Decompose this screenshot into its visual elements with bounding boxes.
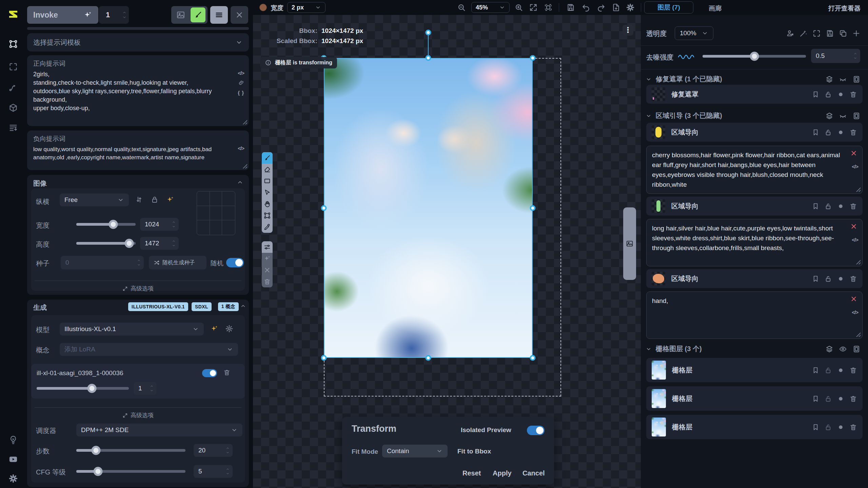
transform-handle-w[interactable] <box>321 205 327 211</box>
enabled-dot-icon[interactable] <box>837 128 845 136</box>
braces-icon[interactable]: { } <box>238 90 244 96</box>
tool-pan[interactable] <box>262 198 273 210</box>
layer-image[interactable] <box>324 58 533 358</box>
randomize-seed-button[interactable]: 随机生成种子 <box>149 256 206 269</box>
transform-handle-se[interactable] <box>530 355 536 361</box>
collapse-icon[interactable] <box>240 303 246 309</box>
remove-prompt-icon[interactable] <box>850 295 857 303</box>
model-settings-button[interactable] <box>225 325 233 333</box>
height-input[interactable]: 1472 <box>140 237 179 250</box>
prompt-template-select[interactable]: 选择提示词模板 <box>27 33 249 52</box>
code-icon[interactable]: </> <box>852 162 858 171</box>
raster-layer-item[interactable]: 栅格层 <box>646 386 863 411</box>
resize-handle[interactable] <box>855 331 861 337</box>
apply-button[interactable]: Apply <box>493 469 512 477</box>
regional-section-header[interactable]: 区域引导 (3 个已隐藏) <box>646 111 722 120</box>
canvas-settings-button[interactable] <box>626 3 635 12</box>
queue-count-stepper[interactable]: 1 <box>99 6 129 24</box>
steps-slider[interactable] <box>76 449 185 452</box>
transform-handle-n[interactable] <box>426 55 431 61</box>
bookmark-icon[interactable] <box>812 128 820 136</box>
duplicate-layer-button[interactable] <box>839 29 847 38</box>
tool-delete[interactable] <box>262 276 273 287</box>
denoise-slider[interactable] <box>703 55 806 58</box>
unlock-icon[interactable] <box>824 128 832 136</box>
fit-to-bbox-button[interactable]: Fit to Bbox <box>457 448 491 455</box>
trash-icon[interactable] <box>849 275 857 283</box>
lock-aspect-button[interactable] <box>151 196 159 204</box>
viewer-drawer-handle[interactable] <box>623 207 636 280</box>
enabled-dot-icon[interactable] <box>837 423 845 431</box>
undo-button[interactable] <box>581 3 590 12</box>
brush-width-select[interactable]: 2 px <box>287 2 326 13</box>
lora-weight-slider[interactable] <box>37 387 129 390</box>
optimize-size-button[interactable] <box>166 196 174 204</box>
queue-count-arrows[interactable] <box>122 11 127 19</box>
resize-handle[interactable] <box>242 119 247 124</box>
canvas-stage[interactable]: Bbox: 1024×1472 px Scaled Bbox: 1024×147… <box>253 15 641 488</box>
region-prompt-textarea[interactable]: cherry blossoms,hair flower,pink flower,… <box>646 146 863 194</box>
remove-prompt-icon[interactable] <box>850 149 857 157</box>
inpaint-mask-item[interactable]: 修复遮罩 <box>646 85 863 104</box>
tool-move[interactable] <box>262 187 273 198</box>
cfg-slider[interactable] <box>76 470 185 473</box>
nav-upscale-button[interactable] <box>6 59 21 74</box>
cancel-button[interactable]: Cancel <box>522 469 545 477</box>
tab-gallery[interactable]: 画廊 <box>709 4 722 13</box>
tool-process[interactable] <box>262 253 273 264</box>
brush-color-swatch[interactable] <box>259 4 267 11</box>
cancel-queue-button[interactable] <box>231 6 248 24</box>
region-prompt-textarea[interactable]: long hair,silver hair,blue hair,cute,pur… <box>646 219 863 266</box>
opacity-select[interactable]: 100% <box>675 26 713 40</box>
unlock-icon[interactable] <box>824 90 832 98</box>
enabled-dot-icon[interactable] <box>837 202 845 210</box>
transform-handle-s[interactable] <box>426 355 431 361</box>
tool-color-picker[interactable] <box>262 221 273 233</box>
merge-icon[interactable] <box>825 345 833 353</box>
bookmark-icon[interactable] <box>812 395 820 403</box>
bookmark-icon[interactable] <box>812 202 820 210</box>
code-icon[interactable]: </> <box>852 235 858 245</box>
scheduler-select[interactable]: DPM++ 2M SDE <box>76 424 242 436</box>
remove-prompt-icon[interactable] <box>850 223 857 230</box>
code-icon[interactable]: </> <box>852 307 858 317</box>
aspect-select[interactable]: Free <box>60 194 129 206</box>
canvas-mode-button[interactable] <box>191 7 205 22</box>
nav-models-button[interactable] <box>6 100 21 115</box>
nav-workflows-button[interactable] <box>6 80 21 95</box>
regional-guidance-item[interactable]: 区域导向 <box>646 269 863 288</box>
cfg-input[interactable]: 5 <box>194 465 233 478</box>
eye-icon[interactable] <box>839 345 847 353</box>
trash-icon[interactable] <box>849 90 857 98</box>
model-default-settings-button[interactable] <box>210 325 218 333</box>
code-icon[interactable]: </> <box>238 145 244 151</box>
fit-bbox-button[interactable] <box>544 3 553 12</box>
regional-guidance-item[interactable]: 区域导向 <box>646 197 863 216</box>
random-seed-toggle[interactable] <box>226 258 244 267</box>
region-prompt-textarea[interactable]: hand, </> <box>646 291 863 339</box>
transform-handle-e[interactable] <box>530 205 536 211</box>
enabled-dot-icon[interactable] <box>837 90 845 98</box>
lora-select[interactable]: 添加 LoRA <box>60 343 238 356</box>
tool-filter[interactable] <box>262 241 273 253</box>
raster-layer-item[interactable]: 栅格层 <box>646 358 863 382</box>
seed-input[interactable]: 0 <box>61 256 144 269</box>
settings-button[interactable] <box>6 471 21 486</box>
transform-handle-sw[interactable] <box>321 355 327 361</box>
trash-icon[interactable] <box>849 202 857 210</box>
negative-prompt-text[interactable]: low quality,worst quality,normal quality… <box>33 145 243 162</box>
width-slider[interactable] <box>76 223 136 226</box>
isolated-preview-toggle[interactable] <box>527 426 545 435</box>
unlock-icon[interactable] <box>824 423 832 431</box>
raster-section-header[interactable]: 栅格图层 (3 个) <box>646 344 702 353</box>
resize-handle[interactable] <box>855 259 861 264</box>
unlock-icon[interactable] <box>824 366 832 374</box>
menu-button[interactable] <box>210 6 228 24</box>
swap-dimensions-button[interactable] <box>135 196 143 204</box>
board-icon[interactable] <box>852 345 861 353</box>
raster-layer-item[interactable]: 栅格层 <box>646 415 863 439</box>
transform-handle-ne[interactable] <box>530 55 536 61</box>
redo-button[interactable] <box>597 3 606 12</box>
tab-layers[interactable]: 图层 (7) <box>644 1 693 14</box>
height-slider[interactable] <box>76 242 136 245</box>
